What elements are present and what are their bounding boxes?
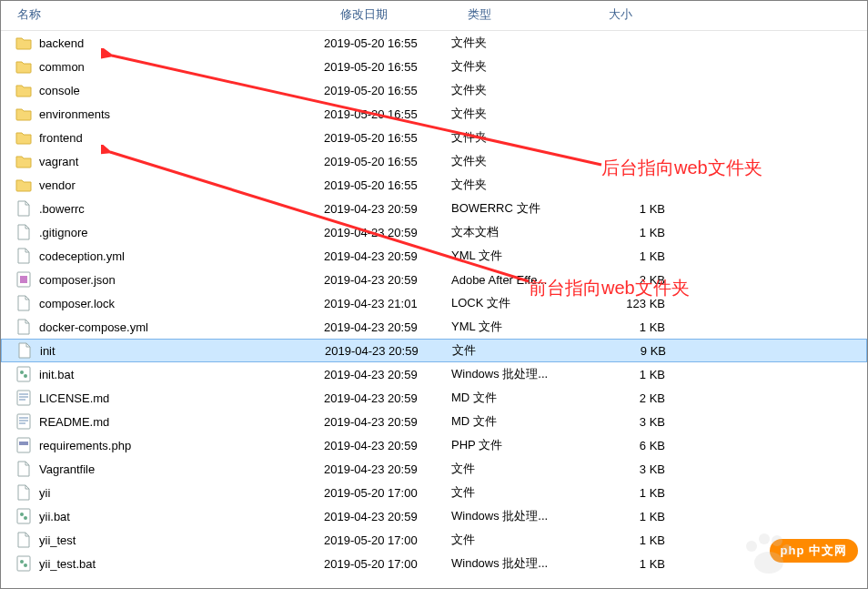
cell-type: BOWERRC 文件 bbox=[451, 200, 592, 217]
cell-date: 2019-04-23 20:59 bbox=[324, 391, 451, 405]
cell-name: composer.json bbox=[1, 271, 324, 288]
table-row[interactable]: yii.bat2019-04-23 20:59Windows 批处理...1 K… bbox=[1, 504, 867, 528]
file-list[interactable]: backend2019-05-20 16:55文件夹common2019-05-… bbox=[1, 31, 867, 575]
cell-name: vendor bbox=[1, 177, 324, 193]
table-row[interactable]: init2019-04-23 20:59文件9 KB bbox=[1, 339, 867, 362]
header-date[interactable]: 修改日期 bbox=[324, 6, 451, 23]
file-icon bbox=[16, 342, 33, 359]
file-name-label: .gitignore bbox=[39, 226, 87, 239]
table-row[interactable]: yii_test2019-05-20 17:00文件1 KB bbox=[1, 528, 867, 552]
file-name-label: README.md bbox=[39, 415, 109, 429]
cell-size: 1 KB bbox=[592, 202, 674, 216]
file-icon bbox=[15, 295, 32, 311]
cell-date: 2019-04-23 20:59 bbox=[324, 415, 451, 429]
cell-name: init.bat bbox=[1, 366, 324, 382]
table-row[interactable]: yii_test.bat2019-05-20 17:00Windows 批处理.… bbox=[1, 552, 867, 575]
table-row[interactable]: common2019-05-20 16:55文件夹 bbox=[1, 55, 867, 78]
folder-icon bbox=[15, 153, 32, 169]
folder-icon bbox=[15, 129, 32, 146]
cell-type: 文件夹 bbox=[451, 35, 592, 51]
cell-date: 2019-05-20 16:55 bbox=[324, 60, 451, 74]
cell-type: MD 文件 bbox=[451, 413, 592, 430]
svg-point-10 bbox=[24, 516, 27, 520]
cell-name: frontend bbox=[1, 129, 324, 146]
table-row[interactable]: codeception.yml2019-04-23 20:59YML 文件1 K… bbox=[1, 244, 867, 268]
cell-date: 2019-04-23 20:59 bbox=[324, 462, 451, 476]
file-name-label: codeception.yml bbox=[39, 249, 125, 263]
cell-size: 1 KB bbox=[592, 320, 674, 334]
cell-type: 文本文档 bbox=[451, 224, 592, 240]
cell-date: 2019-04-23 20:59 bbox=[324, 320, 451, 334]
header-name[interactable]: 名称 bbox=[1, 6, 324, 23]
cell-name: composer.lock bbox=[1, 295, 324, 311]
cell-date: 2019-05-20 17:00 bbox=[324, 557, 451, 571]
cell-size: 2 KB bbox=[592, 391, 674, 405]
table-row[interactable]: LICENSE.md2019-04-23 20:59MD 文件2 KB bbox=[1, 386, 867, 410]
svg-point-22 bbox=[754, 552, 783, 574]
cell-date: 2019-04-23 21:01 bbox=[324, 297, 451, 310]
table-row[interactable]: .gitignore2019-04-23 20:59文本文档1 KB bbox=[1, 220, 867, 244]
file-name-label: .bowerrc bbox=[39, 202, 85, 216]
folder-icon bbox=[15, 35, 32, 51]
cell-size: 1 KB bbox=[592, 510, 674, 523]
cell-name: console bbox=[1, 82, 324, 98]
paw-watermark-icon bbox=[740, 530, 794, 579]
file-icon bbox=[15, 555, 32, 572]
table-row[interactable]: environments2019-05-20 16:55文件夹 bbox=[1, 102, 867, 126]
cell-date: 2019-05-20 16:55 bbox=[324, 155, 451, 168]
cell-type: 文件 bbox=[452, 342, 593, 359]
cell-type: Windows 批处理... bbox=[451, 508, 592, 524]
table-row[interactable]: requirements.php2019-04-23 20:59PHP 文件6 … bbox=[1, 433, 867, 457]
table-row[interactable]: frontend2019-05-20 16:55文件夹 bbox=[1, 126, 867, 149]
svg-point-19 bbox=[759, 533, 770, 544]
cell-date: 2019-04-23 20:59 bbox=[324, 202, 451, 216]
file-name-label: Vagrantfile bbox=[39, 462, 95, 476]
cell-name: docker-compose.yml bbox=[1, 319, 324, 335]
cell-type: 文件夹 bbox=[451, 106, 592, 122]
folder-icon bbox=[15, 177, 32, 193]
file-name-label: vendor bbox=[39, 178, 76, 192]
table-row[interactable]: vagrant2019-05-20 16:55文件夹 bbox=[1, 149, 867, 173]
cell-date: 2019-05-20 16:55 bbox=[324, 131, 451, 145]
cell-type: 文件夹 bbox=[451, 58, 592, 75]
header-type[interactable]: 类型 bbox=[451, 6, 592, 23]
table-row[interactable]: init.bat2019-04-23 20:59Windows 批处理...1 … bbox=[1, 362, 867, 386]
header-size[interactable]: 大小 bbox=[592, 6, 701, 23]
cell-type: PHP 文件 bbox=[451, 437, 592, 453]
cell-type: 文件 bbox=[451, 532, 592, 548]
svg-point-20 bbox=[772, 535, 782, 546]
cell-date: 2019-05-20 16:55 bbox=[324, 84, 451, 97]
cell-size: 1 KB bbox=[592, 249, 674, 263]
cell-name: backend bbox=[1, 35, 324, 51]
table-row[interactable]: composer.json2019-04-23 20:59Adobe After… bbox=[1, 268, 867, 291]
table-row[interactable]: README.md2019-04-23 20:59MD 文件3 KB bbox=[1, 410, 867, 433]
cell-size: 1 KB bbox=[592, 557, 674, 571]
table-row[interactable]: backend2019-05-20 16:55文件夹 bbox=[1, 31, 867, 55]
file-name-label: docker-compose.yml bbox=[39, 320, 148, 334]
cell-type: Windows 批处理... bbox=[451, 366, 592, 382]
table-row[interactable]: yii2019-05-20 17:00文件1 KB bbox=[1, 481, 867, 504]
file-name-label: yii_test.bat bbox=[39, 557, 96, 571]
cell-name: vagrant bbox=[1, 153, 324, 169]
table-row[interactable]: console2019-05-20 16:55文件夹 bbox=[1, 78, 867, 102]
table-row[interactable]: docker-compose.yml2019-04-23 20:59YML 文件… bbox=[1, 315, 867, 339]
table-row[interactable]: .bowerrc2019-04-23 20:59BOWERRC 文件1 KB bbox=[1, 197, 867, 220]
folder-icon bbox=[15, 106, 32, 122]
table-row[interactable]: Vagrantfile2019-04-23 20:59文件3 KB bbox=[1, 457, 867, 481]
file-icon bbox=[15, 508, 32, 524]
cell-size: 1 KB bbox=[592, 533, 674, 547]
file-name-label: init bbox=[40, 344, 56, 358]
file-icon bbox=[15, 532, 32, 548]
svg-point-18 bbox=[746, 541, 757, 552]
cell-type: Windows 批处理... bbox=[451, 555, 592, 572]
table-row[interactable]: composer.lock2019-04-23 21:01LOCK 文件123 … bbox=[1, 291, 867, 315]
file-name-label: init.bat bbox=[39, 368, 74, 381]
file-name-label: yii_test bbox=[39, 533, 76, 547]
folder-icon bbox=[15, 58, 32, 75]
cell-name: README.md bbox=[1, 413, 324, 430]
cell-date: 2019-05-20 17:00 bbox=[324, 533, 451, 547]
table-row[interactable]: vendor2019-05-20 16:55文件夹 bbox=[1, 173, 867, 197]
file-icon bbox=[15, 413, 32, 430]
cell-type: 文件夹 bbox=[451, 129, 592, 146]
column-header[interactable]: 名称 修改日期 类型 大小 bbox=[1, 1, 867, 31]
